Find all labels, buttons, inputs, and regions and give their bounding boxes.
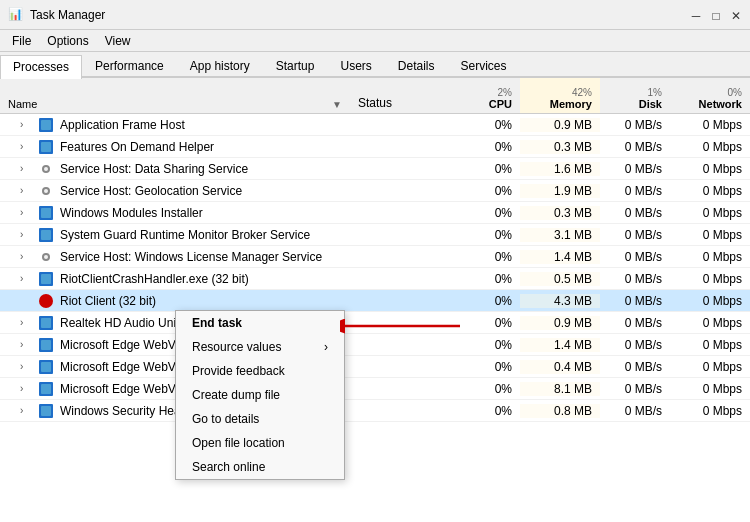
tab-bar: Processes Performance App history Startu…: [0, 52, 750, 78]
tab-details[interactable]: Details: [385, 54, 448, 78]
tab-startup[interactable]: Startup: [263, 54, 328, 78]
table-row[interactable]: ›Service Host: Data Sharing Service0%1.6…: [0, 158, 750, 180]
tab-users[interactable]: Users: [327, 54, 384, 78]
menu-view[interactable]: View: [97, 32, 139, 50]
process-name-cell: ›Windows Modules Installer: [0, 205, 332, 221]
process-name-cell: ›Service Host: Data Sharing Service: [0, 161, 332, 177]
menu-file[interactable]: File: [4, 32, 39, 50]
expand-arrow-icon[interactable]: ›: [20, 383, 36, 394]
col-arrow-spacer: ▼: [332, 78, 350, 113]
process-name-cell: ›Application Frame Host: [0, 117, 332, 133]
process-name-text: RiotClientCrashHandler.exe (32 bit): [60, 272, 249, 286]
expand-arrow-icon[interactable]: ›: [20, 229, 36, 240]
process-memory: 1.6 MB: [520, 162, 600, 176]
minimize-button[interactable]: ─: [690, 9, 702, 21]
tab-app-history[interactable]: App history: [177, 54, 263, 78]
col-header-name[interactable]: Name: [0, 78, 332, 113]
process-network: 0 Mbps: [670, 360, 750, 374]
expand-arrow-icon[interactable]: ›: [20, 361, 36, 372]
maximize-button[interactable]: □: [710, 9, 722, 21]
col-header-disk[interactable]: 1% Disk: [600, 78, 670, 113]
context-menu-item[interactable]: Open file location: [176, 431, 344, 455]
context-menu-item-label: End task: [192, 316, 242, 330]
process-icon: [38, 403, 54, 419]
expand-arrow-icon[interactable]: ›: [20, 273, 36, 284]
context-menu-item[interactable]: Search online: [176, 455, 344, 479]
process-cpu: 0%: [450, 316, 520, 330]
expand-arrow-icon[interactable]: ›: [20, 163, 36, 174]
title-bar: 📊 Task Manager ─ □ ✕: [0, 0, 750, 30]
process-network: 0 Mbps: [670, 404, 750, 418]
process-network: 0 Mbps: [670, 250, 750, 264]
process-network: 0 Mbps: [670, 338, 750, 352]
table-row[interactable]: Riot Client (32 bit)0%4.3 MB0 MB/s0 Mbps: [0, 290, 750, 312]
process-name-cell: Riot Client (32 bit): [0, 293, 332, 309]
expand-arrow-icon[interactable]: ›: [20, 185, 36, 196]
process-disk: 0 MB/s: [600, 338, 670, 352]
table-row[interactable]: ›Windows Security Hea...0%0.8 MB0 MB/s0 …: [0, 400, 750, 422]
process-icon: [38, 161, 54, 177]
context-menu-item[interactable]: Create dump file: [176, 383, 344, 407]
expand-arrow-icon[interactable]: ›: [20, 141, 36, 152]
expand-arrow-icon[interactable]: ›: [20, 207, 36, 218]
process-disk: 0 MB/s: [600, 140, 670, 154]
expand-arrow-icon[interactable]: ›: [20, 251, 36, 262]
table-row[interactable]: ›RiotClientCrashHandler.exe (32 bit)0%0.…: [0, 268, 750, 290]
table-row[interactable]: ›Microsoft Edge WebV...0%8.1 MB0 MB/s0 M…: [0, 378, 750, 400]
process-cpu: 0%: [450, 140, 520, 154]
svg-point-5: [44, 167, 48, 171]
expand-arrow-icon[interactable]: ›: [20, 317, 36, 328]
table-row[interactable]: ›Application Frame Host0%0.9 MB0 MB/s0 M…: [0, 114, 750, 136]
context-menu-item[interactable]: End task: [176, 311, 344, 335]
table-row[interactable]: ›Microsoft Edge WebV...0%0.4 MB0 MB/s0 M…: [0, 356, 750, 378]
process-disk: 0 MB/s: [600, 360, 670, 374]
process-network: 0 Mbps: [670, 294, 750, 308]
process-icon: [38, 359, 54, 375]
table-row[interactable]: ›Windows Modules Installer0%0.3 MB0 MB/s…: [0, 202, 750, 224]
process-name-text: Microsoft Edge WebV...: [60, 382, 185, 396]
tab-performance[interactable]: Performance: [82, 54, 177, 78]
expand-arrow-icon[interactable]: ›: [20, 119, 36, 130]
process-cpu: 0%: [450, 206, 520, 220]
col-header-network[interactable]: 0% Network: [670, 78, 750, 113]
col-header-memory[interactable]: 42% Memory: [520, 78, 600, 113]
process-name-text: Microsoft Edge WebV...: [60, 338, 185, 352]
process-name-text: Service Host: Data Sharing Service: [60, 162, 248, 176]
process-disk: 0 MB/s: [600, 206, 670, 220]
process-memory: 0.9 MB: [520, 118, 600, 132]
table-row[interactable]: ›Service Host: Windows License Manager S…: [0, 246, 750, 268]
close-button[interactable]: ✕: [730, 9, 742, 21]
table-row[interactable]: ›Microsoft Edge WebV...0%1.4 MB0 MB/s0 M…: [0, 334, 750, 356]
svg-rect-1: [41, 120, 51, 130]
tab-services[interactable]: Services: [448, 54, 520, 78]
process-network: 0 Mbps: [670, 118, 750, 132]
table-row[interactable]: ›System Guard Runtime Monitor Broker Ser…: [0, 224, 750, 246]
process-name-text: Windows Modules Installer: [60, 206, 203, 220]
process-disk: 0 MB/s: [600, 228, 670, 242]
svg-rect-19: [41, 340, 51, 350]
menu-options[interactable]: Options: [39, 32, 96, 50]
expand-arrow-icon[interactable]: ›: [20, 339, 36, 350]
process-cpu: 0%: [450, 338, 520, 352]
context-menu-item[interactable]: Provide feedback: [176, 359, 344, 383]
table-row[interactable]: ›Service Host: Geolocation Service0%1.9 …: [0, 180, 750, 202]
table-row[interactable]: ›Features On Demand Helper0%0.3 MB0 MB/s…: [0, 136, 750, 158]
context-menu-item[interactable]: Resource values›: [176, 335, 344, 359]
context-menu-item[interactable]: Go to details: [176, 407, 344, 431]
process-network: 0 Mbps: [670, 316, 750, 330]
tab-processes[interactable]: Processes: [0, 55, 82, 79]
col-header-cpu[interactable]: 2% CPU: [450, 78, 520, 113]
process-name-text: Application Frame Host: [60, 118, 185, 132]
process-cpu: 0%: [450, 228, 520, 242]
process-disk: 0 MB/s: [600, 316, 670, 330]
context-menu: End taskResource values›Provide feedback…: [175, 310, 345, 480]
context-menu-item-label: Create dump file: [192, 388, 280, 402]
expand-arrow-icon[interactable]: ›: [20, 405, 36, 416]
process-icon: [38, 293, 54, 309]
col-header-status[interactable]: Status: [350, 78, 450, 113]
submenu-arrow-icon: ›: [324, 340, 328, 354]
process-icon: [38, 205, 54, 221]
context-menu-item-label: Resource values: [192, 340, 281, 354]
table-row[interactable]: ›Realtek HD Audio Uni...0%0.9 MB0 MB/s0 …: [0, 312, 750, 334]
process-name-text: Service Host: Geolocation Service: [60, 184, 242, 198]
